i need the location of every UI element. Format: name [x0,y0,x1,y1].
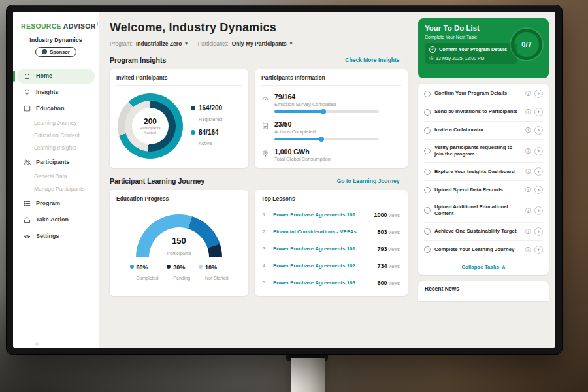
task-chevron-button[interactable]: › [534,90,543,98]
book-icon [23,105,31,113]
task-row[interactable]: Explore Your Insights Dashboard ⓘ › [424,163,543,181]
sidebar-item-learning-insights[interactable]: Learning Insights [13,142,99,154]
invited-participants-card: Invited Participants 200 Participants In… [110,69,248,168]
check-more-insights-link[interactable]: Check More Insights → [345,57,408,63]
task-checkbox[interactable] [424,246,431,253]
legend-dot-pale [199,265,203,269]
legend-label: Registered [199,116,222,122]
logo-plus: + [96,21,99,27]
legend-label: Pending [173,276,190,280]
clock-icon: ◷ [429,56,433,61]
progress-bar [274,138,379,140]
info-icon[interactable]: ⓘ [525,168,531,175]
task-checkbox[interactable] [424,169,431,175]
lesson-link[interactable]: Power Purchase Agreements 102 [273,263,372,269]
arrow-right-icon: → [402,178,408,184]
sidebar-item-insights[interactable]: Insights [17,85,95,100]
task-row[interactable]: Send 50 Invitations to Participants ⓘ › [424,103,543,122]
lesson-rank: 3 [263,246,268,252]
program-select[interactable]: Industrialize Zero ▾ [136,41,188,47]
info-icon[interactable]: ⓘ [525,90,531,97]
lessons-list: 1 Power Purchase Agreements 101 1000 vie… [261,206,401,291]
info-icon[interactable]: ⓘ [525,207,531,214]
task-checkbox[interactable] [424,207,431,214]
legend-dot-teal [191,130,195,135]
lesson-rank: 4 [263,263,268,269]
org-name: Industry Dynamics [13,37,99,43]
lesson-views: 600 views [378,280,400,286]
participants-select[interactable]: Only My Participants ▾ [232,41,293,47]
task-chevron-button[interactable]: › [534,186,543,194]
task-chevron-button[interactable]: › [534,126,543,135]
task-row[interactable]: Confirm Your Program Details ⓘ › [424,85,543,103]
program-filter: Program: Industrialize Zero ▾ [110,41,188,47]
logo-resource: RESOURCE [21,22,61,30]
task-checkbox[interactable] [424,91,431,97]
donut-center-value: 200 [144,117,157,126]
sidebar-item-participants[interactable]: Participants [17,155,95,170]
sidebar-item-education[interactable]: Education [17,101,95,116]
info-icon[interactable]: ⓘ [525,108,531,116]
task-chevron-button[interactable]: › [534,147,543,155]
tasks-card: Confirm Your Program Details ⓘ › Send 50… [418,84,549,275]
task-row[interactable]: Complete Your Learning Journey ⓘ › [424,241,543,259]
lesson-views: 1000 views [374,212,400,218]
lesson-link[interactable]: Power Purchase Agreements 103 [273,280,372,286]
card-title: Education Progress [116,195,242,206]
task-row[interactable]: Upload Spend Data Records ⓘ › [424,181,543,199]
task-row[interactable]: Achieve One Sustainability Target ⓘ › [424,223,543,241]
sidebar-item-learning-journey[interactable]: Learning Journey [13,117,99,129]
lesson-views: 803 views [378,229,400,235]
pin-icon [261,148,269,156]
participants-filter-label: Participants: [198,41,229,47]
task-chevron-button[interactable]: › [534,206,543,215]
task-checkbox[interactable] [424,109,431,116]
lesson-link[interactable]: Power Purchase Agreements 101 [273,246,372,252]
participants-information-card: Participants Information 79/164 Emission… [255,69,408,168]
sidebar-item-label: Home [36,73,52,79]
task-chevron-button[interactable]: › [534,167,543,176]
go-to-learning-journey-link[interactable]: Go to Learning Journey → [337,178,408,184]
sidebar-item-manage-participants[interactable]: Manage Participants [13,183,99,195]
legend-value: 60% [137,264,159,270]
sidebar-item-settings[interactable]: Settings [17,229,95,244]
sidebar-item-home[interactable]: Home [17,69,95,84]
info-icon[interactable]: ⓘ [525,228,531,235]
info-icon[interactable]: ⓘ [525,186,531,193]
lesson-link[interactable]: Power Purchase Agreements 101 [273,212,369,218]
link-label: Go to Learning Journey [337,178,400,184]
info-icon[interactable]: ⓘ [525,127,531,134]
education-gauge-chart: 150 Participants [136,214,222,257]
participants-select-value: Only My Participants [232,41,287,47]
task-checkbox[interactable] [424,127,431,134]
todo-panel: Your To Do List Complete Your Next Task:… [416,12,555,348]
legend-not-started: 10% Not Started [199,264,228,282]
collapse-tasks-button[interactable]: Collapse Tasks ∧ [424,259,543,272]
task-row[interactable]: Verify participants requesting to join t… [424,140,543,163]
lesson-link[interactable]: Financial Considerations - VPPAs [273,229,372,235]
program-select-value: Industrialize Zero [136,41,182,47]
sidebar-item-general-data[interactable]: General Data [13,171,99,183]
stat-value: 23/50 [274,120,379,128]
task-row[interactable]: Invite a Collaborator ⓘ › [424,122,543,140]
task-checkbox[interactable] [424,228,431,235]
sidebar-item-program[interactable]: Program [17,196,95,211]
info-icon[interactable]: ⓘ [525,148,531,155]
section-title: Program Insights [110,56,166,64]
task-checkbox[interactable] [424,148,431,154]
filters-row: Program: Industrialize Zero ▾ Participan… [110,41,408,47]
lesson-rank: 5 [263,280,268,286]
task-chevron-button[interactable]: › [534,108,543,116]
todo-next-task-time: ◷ 12 May 2025, 12:00 PM [429,56,513,61]
task-chevron-button[interactable]: › [534,246,543,254]
legend-value: 10% [205,264,228,270]
task-row[interactable]: Upload Additional Educational Content ⓘ … [424,199,543,222]
sidebar-item-education-content[interactable]: Education Content [13,129,99,142]
sidebar-item-take-action[interactable]: Take Action [17,212,95,227]
info-icon[interactable]: ⓘ [525,246,531,253]
task-chevron-button[interactable]: › [534,227,543,236]
task-checkbox[interactable] [424,187,431,193]
learning-journey-header: Participant Learning Journey Go to Learn… [110,177,408,185]
gauge-center: 150 Participants [136,236,222,257]
todo-next-task-box[interactable]: ✓ Confirm Your Program Details ◷ 12 May … [425,43,517,64]
